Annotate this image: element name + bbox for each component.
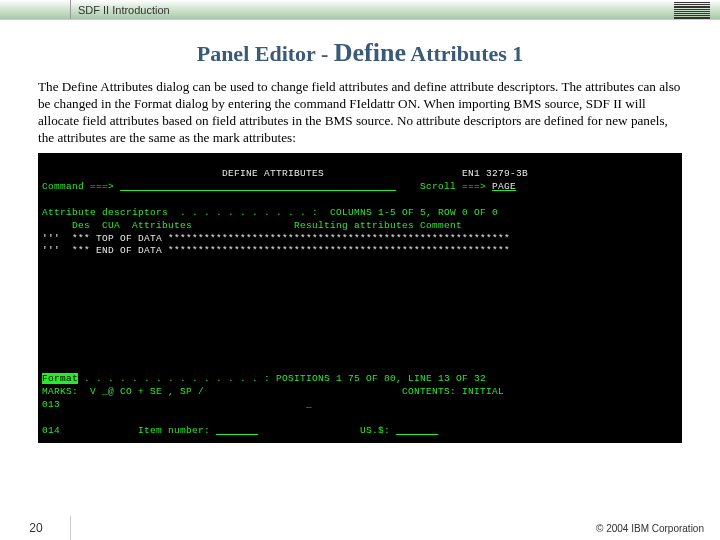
term-blank-7 <box>42 322 48 333</box>
term-end-of-data: ''' *** END OF DATA ********************… <box>42 245 510 256</box>
ibm-logo <box>674 2 710 19</box>
term-blank-2 <box>42 258 48 269</box>
term-blank-3 <box>42 271 48 282</box>
title-prefix: Panel Editor - <box>197 41 334 66</box>
body-paragraph: The Define Attributes dialog can be used… <box>38 78 682 147</box>
term-title: DEFINE ATTRIBUTES <box>222 168 324 179</box>
term-title-row: DEFINE ATTRIBUTES EN1 3279-3B <box>42 168 528 179</box>
term-columns-header: Des CUA Attributes Resulting attributes … <box>42 220 462 231</box>
title-main: Define <box>334 38 406 67</box>
header-divider <box>70 0 71 19</box>
term-blank-12 <box>42 438 48 443</box>
term-line-014: 014 Item number: US.$: <box>42 425 438 436</box>
term-command-input[interactable] <box>120 181 396 192</box>
term-attr-header: Attribute descriptors . . . . . . . . . … <box>42 207 498 218</box>
footer: 20 © 2004 IBM Corporation <box>0 516 720 540</box>
copyright: © 2004 IBM Corporation <box>596 523 704 534</box>
term-blank-4 <box>42 284 48 295</box>
term-line-013: 013 _ <box>42 399 312 410</box>
footer-divider <box>70 516 71 540</box>
page-title: Panel Editor - Define Attributes 1 <box>0 38 720 68</box>
term-014-left: 014 Item number: <box>42 425 210 436</box>
term-blank-5 <box>42 297 48 308</box>
term-marks-line: MARKS: V _@ CO + SE , SP / CONTENTS: INI… <box>42 386 504 397</box>
header-bar: SDF II Introduction <box>0 0 720 20</box>
term-format-label[interactable]: Format <box>42 373 78 384</box>
page-number: 20 <box>16 521 56 535</box>
breadcrumb: SDF II Introduction <box>78 4 170 16</box>
term-scroll-label: Scroll ===> <box>420 181 492 192</box>
term-command-label: Command ===> <box>42 181 114 192</box>
term-blank-11 <box>42 412 48 423</box>
term-scroll-value[interactable]: PAGE <box>492 181 516 192</box>
term-blank-9 <box>42 348 48 359</box>
term-blank-8 <box>42 335 48 346</box>
term-env: EN1 3279-3B <box>462 168 528 179</box>
term-014-right: US.$: <box>360 425 390 436</box>
term-blank-6 <box>42 309 48 320</box>
title-suffix: Attributes 1 <box>406 41 523 66</box>
term-blank-10 <box>42 361 48 372</box>
term-top-of-data: ''' *** TOP OF DATA ********************… <box>42 233 510 244</box>
term-format-info: . . . . . . . . . . . . . . . : POSITION… <box>78 373 486 384</box>
terminal-screenshot: DEFINE ATTRIBUTES EN1 3279-3B Command ==… <box>38 153 682 443</box>
term-blank-1 <box>42 194 48 205</box>
